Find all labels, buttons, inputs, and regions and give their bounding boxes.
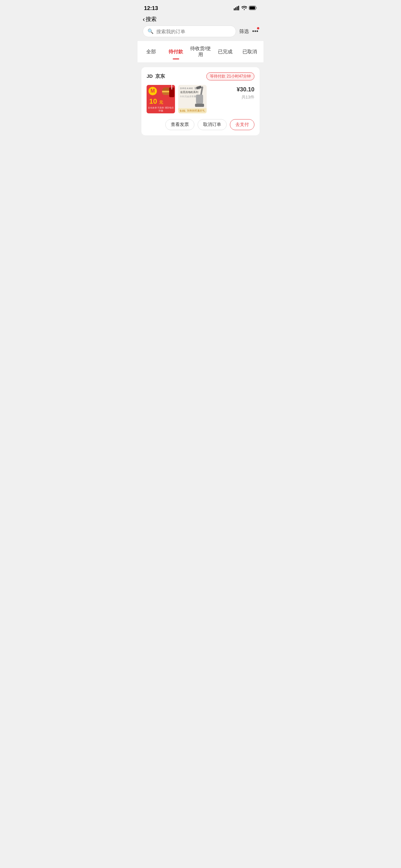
voucher-amount: 10 元: [149, 98, 163, 105]
food-illustration: [161, 88, 174, 98]
status-time: 12:13: [144, 5, 158, 11]
nav-bar: ‹ 搜索: [137, 14, 264, 26]
invoice-button[interactable]: 查看发票: [165, 119, 194, 130]
dreame-promo-text: 加购抽奖赢好礼: [187, 109, 205, 113]
vacuum-illustration: [194, 86, 205, 108]
order-card: JD 京东 等待付款 21小时47分钟 M 10 元: [142, 67, 259, 135]
dreame-promo-bar: 0.01 加购抽奖赢好礼: [178, 108, 207, 113]
status-icons: [234, 6, 257, 11]
dreame-price: 0.01: [180, 109, 186, 113]
tab-all[interactable]: 全部: [139, 44, 163, 59]
tab-cancelled[interactable]: 已取消: [238, 44, 262, 59]
product-image-1[interactable]: M 10 元: [147, 85, 175, 113]
tab-pending-payment[interactable]: 待付款: [163, 44, 188, 59]
battery-icon: [249, 6, 257, 11]
svg-rect-5: [250, 6, 255, 9]
svg-rect-2: [237, 6, 238, 10]
search-input[interactable]: [156, 29, 231, 34]
tab-bar: 全部 待付款 待收货/使用 已完成 已取消: [137, 41, 264, 63]
svg-rect-0: [234, 8, 235, 10]
filter-button[interactable]: 筛选: [239, 28, 249, 35]
pay-button[interactable]: 去支付: [230, 119, 254, 130]
order-count: 共13件: [242, 94, 254, 100]
notification-dot: [257, 27, 259, 29]
search-bar-container: 🔍 筛选 •••: [137, 26, 264, 41]
svg-rect-3: [238, 6, 239, 10]
cancel-order-button[interactable]: 取消订单: [197, 119, 227, 130]
more-button[interactable]: •••: [252, 28, 258, 35]
status-label: 等待付款: [210, 73, 225, 79]
merchant-name: JD 京东: [147, 73, 165, 80]
svg-rect-1: [235, 7, 236, 10]
mcdonalds-logo: M: [149, 87, 157, 95]
search-icon: 🔍: [148, 28, 154, 34]
order-price: ¥30.10: [237, 86, 254, 93]
order-price-section: ¥30.10 共13件: [210, 85, 254, 100]
main-content: JD 京东 等待付款 21小时47分钟 M 10 元: [137, 63, 264, 140]
action-buttons: 查看发票 取消订单 去支付: [147, 118, 254, 130]
search-input-wrapper[interactable]: 🔍: [143, 26, 236, 37]
signal-icon: [234, 6, 240, 11]
order-status-badge: 等待付款 21小时47分钟: [206, 72, 254, 81]
tab-completed[interactable]: 已完成: [213, 44, 237, 59]
back-label: 搜索: [146, 16, 157, 23]
voucher-warning: 自动发券 不刷单 谨防电信诈骗: [147, 106, 174, 112]
tab-pending-delivery[interactable]: 待收货/使用: [188, 41, 213, 62]
wifi-icon: [242, 6, 247, 11]
status-bar: 12:13: [137, 0, 264, 14]
back-arrow-icon: ‹: [143, 16, 145, 23]
order-card-header: JD 京东 等待付款 21小时47分钟: [147, 72, 254, 81]
back-button[interactable]: ‹ 搜索: [143, 16, 157, 23]
status-time-remaining: 21小时47分钟: [227, 73, 251, 79]
product-image-2[interactable]: DREAME 追觅 追觅洗地机系列 0.01元会员专属礼包 0.01: [178, 85, 207, 113]
